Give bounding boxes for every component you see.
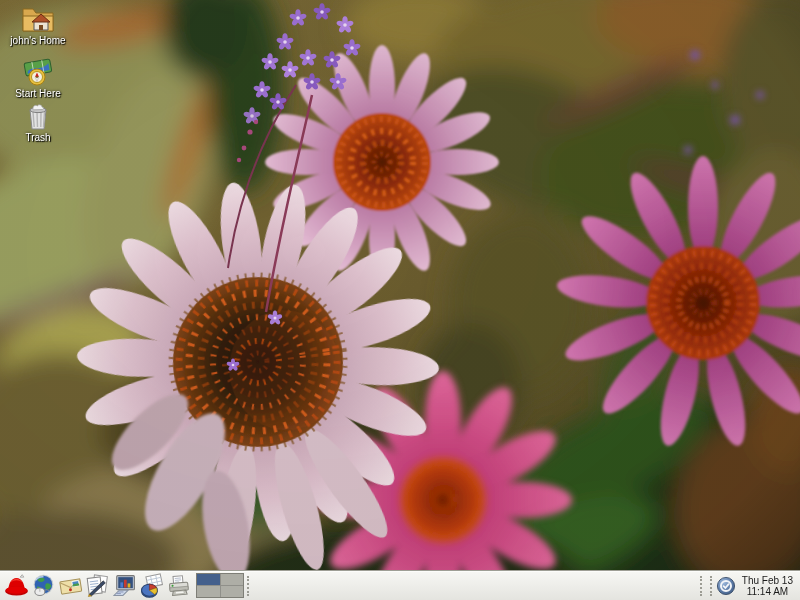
desktop-icon-label: Start Here (15, 88, 61, 99)
desktop-icon-label: john's Home (10, 35, 65, 46)
update-alert-check-icon (716, 576, 736, 596)
presentation-bar-chart-icon (112, 573, 137, 598)
word-processor-documents-pen-icon (85, 573, 110, 598)
email-envelope-icon (58, 573, 83, 598)
tray-drag-handle[interactable] (700, 576, 712, 596)
print-manager-printer-icon (166, 573, 191, 598)
home-folder-icon (20, 2, 56, 34)
workspace-2[interactable] (221, 574, 244, 585)
panel-drag-handle[interactable] (247, 576, 252, 596)
trash-icon (24, 99, 52, 131)
spreadsheet-button[interactable] (138, 572, 165, 599)
main-menu-button[interactable] (3, 572, 30, 599)
desktop-icon-johns-home[interactable]: john's Home (0, 2, 76, 46)
workspace-switcher (196, 573, 244, 598)
workspace-4[interactable] (221, 586, 244, 597)
workspace-1[interactable] (197, 574, 220, 585)
spreadsheet-pie-chart-icon (139, 573, 164, 598)
clock-applet[interactable]: Thu Feb 13 11:14 AM (742, 575, 793, 597)
update-alert-button[interactable] (716, 575, 737, 596)
workspace-3[interactable] (197, 586, 220, 597)
clock-time: 11:14 AM (742, 586, 793, 597)
email-button[interactable] (57, 572, 84, 599)
red-hat-menu-icon (4, 573, 29, 598)
desktop-icon-trash[interactable]: Trash (0, 99, 76, 143)
presentation-button[interactable] (111, 572, 138, 599)
web-browser-button[interactable] (30, 572, 57, 599)
print-manager-button[interactable] (165, 572, 192, 599)
web-browser-globe-icon (31, 573, 56, 598)
desktop-icon-start-here[interactable]: Start Here (0, 55, 76, 99)
word-processor-button[interactable] (84, 572, 111, 599)
start-here-icon (22, 55, 54, 87)
desktop-icon-label: Trash (25, 132, 50, 143)
desktop-wallpaper (0, 0, 800, 600)
clock-date: Thu Feb 13 (742, 575, 793, 586)
bottom-panel: Thu Feb 13 11:14 AM (0, 570, 800, 600)
